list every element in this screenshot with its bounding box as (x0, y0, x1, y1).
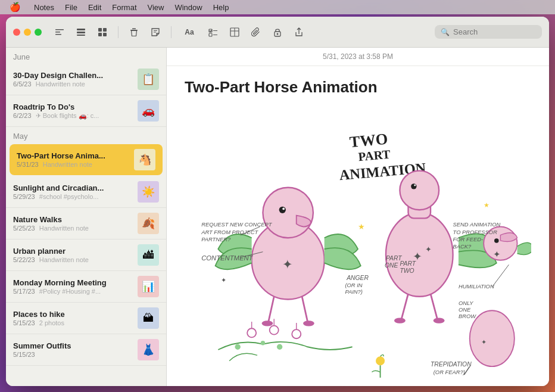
list-view-button[interactable] (73, 24, 89, 41)
list-item[interactable]: Roadtrip To Do's 6/2/23 ✈ Book flights 🚗… (6, 95, 166, 127)
svg-point-74 (277, 344, 282, 350)
table-button[interactable] (226, 24, 243, 41)
svg-text:★: ★ (484, 201, 489, 209)
svg-point-81 (376, 356, 385, 365)
list-item[interactable]: Urban planner 5/22/23 Handwritten note 🏙 (6, 239, 166, 271)
svg-text:BROW: BROW (459, 313, 476, 319)
svg-point-30 (282, 208, 285, 210)
close-button[interactable] (13, 29, 20, 36)
svg-text:✦: ✦ (493, 249, 501, 259)
svg-text:SEND ANIMATION: SEND ANIMATION (453, 222, 501, 228)
note-title: Monday Morning Meeting (13, 278, 132, 287)
svg-point-29 (279, 207, 286, 213)
list-item[interactable]: Monday Morning Meeting 5/17/23 #Policy #… (6, 271, 166, 303)
attachment-button[interactable] (248, 24, 264, 41)
svg-point-45 (394, 318, 406, 323)
note-date: 5/29/23 (13, 193, 35, 200)
note-meta: 6/2/23 ✈ Book flights 🚗: c... (13, 112, 132, 120)
note-meta: 5/25/23 Handwritten note (13, 225, 132, 232)
share-button[interactable] (291, 24, 307, 41)
menu-edit[interactable]: Edit (83, 2, 106, 13)
svg-text:✦: ✦ (282, 257, 293, 271)
apple-menu[interactable]: 🍎 (5, 1, 26, 14)
note-text: Two-Part Horse Anima... 5/31/23 Handwrit… (17, 151, 128, 168)
svg-point-40 (414, 185, 416, 186)
note-content-area: 5/31, 2023 at 3:58 PM Two-Part Horse Ani… (167, 48, 549, 386)
list-item[interactable]: Sunlight and Circadian... 5/29/23 #schoo… (6, 176, 166, 208)
svg-point-28 (263, 188, 313, 238)
note-thumbnail: 📊 (138, 276, 159, 297)
checklist-icon (208, 27, 218, 37)
svg-rect-3 (77, 29, 85, 30)
menu-file[interactable]: File (60, 2, 82, 13)
note-date: 6/5/23 (13, 80, 32, 88)
note-preview: #school #psycholo... (39, 193, 99, 200)
delete-button[interactable] (126, 24, 142, 41)
note-meta: 5/17/23 #Policy #Housing #... (13, 288, 132, 295)
list-item[interactable]: 30-Day Design Challen... 6/5/23 Handwrit… (6, 64, 166, 95)
note-date: 5/31/23 (17, 161, 39, 168)
note-thumbnail: ☀️ (138, 181, 159, 203)
menubar: 🍎 Notes File Edit Format View Window Hel… (0, 0, 555, 14)
note-meta: 5/22/23 Handwritten note (13, 256, 132, 263)
note-text: 30-Day Design Challen... 6/5/23 Handwrit… (13, 71, 132, 88)
share-icon (294, 27, 304, 37)
svg-rect-16 (209, 33, 212, 36)
svg-text:ONE: ONE (385, 262, 398, 269)
menu-notes[interactable]: Notes (29, 2, 59, 13)
svg-text:(OR IN: (OR IN (345, 282, 362, 288)
note-meta: 5/15/23 2 photos (13, 319, 132, 326)
svg-point-72 (235, 344, 240, 350)
note-preview: Handwritten note (43, 161, 92, 168)
svg-rect-9 (103, 33, 107, 36)
sidebar-toggle-button[interactable] (51, 24, 68, 41)
note-text: Places to hike 5/15/23 2 photos (13, 310, 132, 326)
minimize-button[interactable] (24, 29, 31, 36)
gallery-view-button[interactable] (94, 24, 111, 41)
note-title: Places to hike (13, 310, 132, 319)
note-meta: 5/29/23 #school #psycholo... (13, 193, 132, 200)
note-text: Roadtrip To Do's 6/2/23 ✈ Book flights 🚗… (13, 102, 132, 120)
svg-text:TWO: TWO (400, 267, 414, 274)
svg-text:TREPIDATION: TREPIDATION (431, 361, 472, 368)
svg-text:TO PROFESSOR: TO PROFESSOR (453, 229, 498, 235)
svg-text:CONTENTMENT: CONTENTMENT (201, 254, 253, 262)
list-item[interactable]: Nature Walks 5/25/23 Handwritten note 🍂 (6, 208, 166, 239)
traffic-lights (13, 29, 42, 36)
menu-format[interactable]: Format (107, 2, 141, 13)
list-item[interactable]: Two-Part Horse Anima... 5/31/23 Handwrit… (10, 144, 163, 175)
lock-button[interactable] (269, 24, 286, 41)
svg-text:(OR FEAR?): (OR FEAR?) (434, 369, 465, 375)
maximize-button[interactable] (35, 29, 42, 36)
list-item[interactable]: Summer Outfits 5/15/23 👗 (6, 334, 166, 366)
svg-point-39 (411, 183, 416, 189)
svg-rect-6 (98, 28, 102, 32)
svg-point-48 (494, 238, 499, 243)
note-meta: 5/31/23 Handwritten note (17, 161, 128, 168)
separator-1 (118, 26, 119, 38)
svg-rect-2 (55, 34, 61, 35)
list-item[interactable]: Places to hike 5/15/23 2 photos 🏔 (6, 303, 166, 334)
search-box: 🔍 (435, 25, 542, 39)
menu-view[interactable]: View (143, 2, 169, 13)
note-body[interactable]: Two-Part Horse Animation TWO PART ANIMAT… (167, 66, 549, 386)
svg-text:FOR FEED-: FOR FEED- (453, 237, 484, 242)
svg-text:ANGER: ANGER (346, 275, 369, 281)
svg-text:REQUEST NEW CONCEPT: REQUEST NEW CONCEPT (201, 222, 273, 228)
main-area: June 30-Day Design Challen... 6/5/23 Han… (6, 48, 549, 386)
menu-help[interactable]: Help (208, 2, 234, 13)
svg-text:PART: PART (400, 260, 416, 267)
new-note-button[interactable] (147, 24, 164, 41)
svg-point-38 (400, 171, 439, 210)
table-icon (230, 27, 239, 37)
checklist-button[interactable] (205, 24, 222, 41)
note-meta: 6/5/23 Handwritten note (13, 80, 132, 88)
note-title: Urban planner (13, 247, 132, 256)
svg-rect-5 (77, 35, 85, 36)
svg-point-73 (261, 341, 266, 346)
note-sketch-canvas: TWO PART ANIMATION (185, 106, 531, 386)
menu-window[interactable]: Window (170, 2, 207, 13)
notes-window: Aa (6, 17, 549, 386)
search-input[interactable] (453, 27, 536, 36)
format-aa-button[interactable]: Aa (179, 24, 200, 41)
